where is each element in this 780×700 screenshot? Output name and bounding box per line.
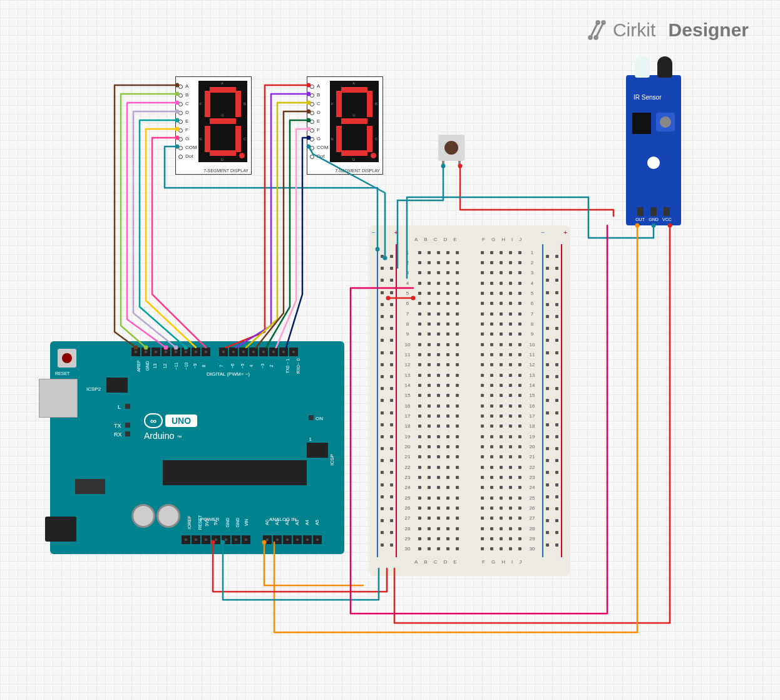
ir-sensor[interactable]: IR Sensor OUT GND VCC xyxy=(626,75,681,225)
atmega-chip xyxy=(163,460,307,485)
seven-seg-1-label: 7-SEGMENT DISPLAY xyxy=(203,168,249,173)
seven-seg-2-face: A B C D E F G xyxy=(330,81,379,162)
arduino-logo: ∞UNO Arduino ™ xyxy=(144,413,197,441)
power-jack xyxy=(45,517,76,542)
power-rail-left xyxy=(374,238,399,564)
seven-seg-1-pins: A B C D E F G COM Dot xyxy=(178,82,197,161)
seven-segment-display-1[interactable]: A B C D E F G COM Dot A B C D E F G 7-SE… xyxy=(175,76,252,175)
analog-header[interactable]: A0A1A2A3A4A5 xyxy=(263,535,322,544)
ir-sensor-label: IR Sensor xyxy=(634,94,661,101)
digital-header[interactable]: AREFGND1312~11~10~987~6~54~32TX0→1RX0←0 xyxy=(131,347,298,356)
pushbutton-cap xyxy=(444,141,458,155)
seven-seg-1-face: A B C D E F G xyxy=(198,81,247,162)
pushbutton[interactable] xyxy=(438,135,464,161)
reset-button[interactable] xyxy=(58,349,76,368)
brand-logo: Cirkit Designer xyxy=(587,19,749,41)
arduino-uno[interactable]: RESET ICSP2 L TX RX ∞UNO Arduino ™ ON 1 … xyxy=(50,341,344,554)
on-led-label: ON xyxy=(309,415,323,421)
seven-segment-display-2[interactable]: A B C D E F G COM Dot A B C D E F G 7-SE… xyxy=(307,76,383,175)
ir-connector: OUT GND VCC xyxy=(634,207,674,222)
seven-seg-2-label: 7-SEGMENT DISPLAY xyxy=(335,168,380,173)
seven-seg-2-pins: A B C D E F G COM Dot xyxy=(310,82,329,161)
usb-port xyxy=(39,379,78,418)
brand-suffix: Designer xyxy=(669,19,749,41)
ir-receiver-led xyxy=(657,56,672,78)
brand-prefix: Cirkit xyxy=(613,19,655,41)
power-header[interactable]: IOREFRESET3V35VGNDGNDVIN xyxy=(182,535,250,544)
ir-emitter-led xyxy=(635,56,650,78)
ir-chip xyxy=(632,113,651,134)
ir-potentiometer[interactable] xyxy=(656,113,675,131)
breadboard[interactable]: − + − + ABCDE FGHIJ ABCDE FGHIJ 12345678… xyxy=(369,225,570,576)
